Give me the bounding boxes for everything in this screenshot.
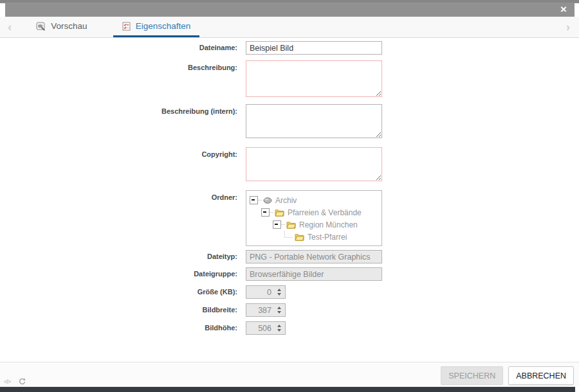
beschreibung-label: Beschreibung: [0, 60, 241, 72]
copyright-label: Copyright: [0, 147, 241, 159]
source-code-icon[interactable]: </> [4, 379, 10, 385]
groesse-label: Größe (KB): [0, 288, 241, 296]
tab-vorschau[interactable]: Vorschau [27, 17, 96, 37]
folder-icon [275, 209, 284, 217]
tree-elbow-connector [284, 231, 293, 238]
tree-node-pfarreien[interactable]: Pfarreien & Verbände [261, 206, 381, 218]
tree-node-label: Test-Pfarrei [308, 233, 347, 242]
row-dateigruppe: Dateigruppe: [0, 267, 579, 281]
bildhoehe-value: 506 [246, 324, 275, 333]
stepper-arrows-icon[interactable] [275, 325, 285, 332]
row-dateiname: Dateiname: [0, 41, 579, 55]
row-dateityp: Dateityp: [0, 250, 579, 263]
dateityp-label: Dateityp: [0, 253, 241, 261]
groesse-stepper: 0 [246, 285, 286, 299]
dialog-titlebar: × [5, 3, 574, 17]
row-groesse: Größe (KB): 0 [0, 285, 579, 299]
save-button[interactable]: SPEICHERN [441, 366, 503, 385]
stepper-arrows-icon[interactable] [275, 307, 285, 314]
collapse-icon[interactable] [261, 208, 270, 217]
ordner-label: Ordner: [0, 190, 241, 202]
row-bildbreite: Bildbreite: 387 [0, 303, 579, 317]
bildbreite-label: Bildbreite: [0, 306, 241, 314]
beschreibung-intern-label: Beschreibung (intern): [0, 104, 241, 116]
beschreibung-intern-textarea[interactable] [246, 104, 382, 138]
cancel-button[interactable]: ABBRECHEN [508, 366, 574, 385]
folder-icon [295, 233, 304, 241]
collapse-icon[interactable] [273, 220, 281, 229]
properties-icon [122, 22, 131, 31]
folder-tree: Archiv Pfarreien & Verbände [246, 190, 382, 246]
collapse-icon[interactable] [250, 196, 258, 204]
tab-strip: ‹ Vorschau Eigensch [0, 17, 579, 38]
form-content: Dateiname: Beschreibung: Beschreibung (i… [0, 38, 579, 362]
dateigruppe-label: Dateigruppe: [0, 270, 241, 278]
groesse-value: 0 [246, 288, 275, 297]
bildbreite-stepper: 387 [246, 303, 286, 317]
properties-form: Dateiname: Beschreibung: Beschreibung (i… [0, 38, 579, 335]
folder-icon [286, 221, 296, 229]
chevron-right-icon[interactable]: › [564, 17, 573, 37]
tab-eigenschaften-label: Eigenschaften [136, 21, 191, 31]
bildbreite-value: 387 [246, 306, 275, 315]
tree-node-label: Archiv [275, 196, 297, 205]
bildhoehe-label: Bildhöhe: [0, 324, 241, 332]
dateiname-input[interactable] [246, 41, 382, 55]
refresh-icon[interactable] [19, 378, 26, 385]
tree-connector [270, 212, 273, 213]
row-beschreibung-intern: Beschreibung (intern): [0, 104, 579, 141]
close-icon[interactable]: × [560, 3, 567, 16]
tree-node-archiv[interactable]: Archiv [250, 194, 381, 206]
row-copyright: Copyright: [0, 147, 579, 184]
dialog-footer: SPEICHERN ABBRECHEN </> [0, 362, 579, 387]
tree-connector [281, 224, 285, 225]
preview-icon [36, 22, 46, 31]
bildhoehe-stepper: 506 [246, 321, 286, 335]
dateigruppe-input [246, 267, 382, 281]
chevron-left-icon[interactable]: ‹ [5, 17, 14, 37]
row-ordner: Ordner: Archiv [0, 190, 579, 246]
tree-connector [258, 200, 262, 200]
properties-dialog: × ‹ Vorschau [0, 0, 579, 392]
tree-node-region[interactable]: Region München [273, 218, 381, 231]
background-page-bar [0, 387, 575, 392]
stepper-arrows-icon[interactable] [275, 289, 285, 296]
tree-node-test-pfarrei[interactable]: Test-Pfarrei [284, 231, 381, 243]
copyright-textarea[interactable] [246, 147, 382, 181]
tab-vorschau-label: Vorschau [51, 21, 87, 31]
archive-icon [263, 197, 272, 204]
tree-node-label: Region München [299, 220, 358, 229]
dateityp-input [246, 250, 382, 263]
tab-eigenschaften[interactable]: Eigenschaften [113, 17, 200, 37]
row-bildhoehe: Bildhöhe: 506 [0, 321, 579, 335]
beschreibung-textarea[interactable] [246, 60, 382, 97]
tree-node-label: Pfarreien & Verbände [288, 208, 362, 217]
row-beschreibung: Beschreibung: [0, 60, 579, 100]
dateiname-label: Dateiname: [0, 44, 241, 52]
